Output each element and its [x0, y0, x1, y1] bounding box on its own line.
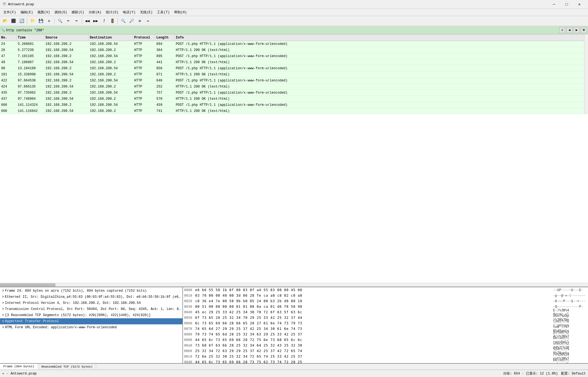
toolbar-resize[interactable]: ⇔ — [144, 17, 152, 25]
table-row[interactable]: 49 7.196807 192.168.200.54 192.168.200.2… — [0, 59, 584, 65]
detail-row[interactable]: >[3 Reassembled TCP Segments (5172 bytes… — [0, 312, 182, 318]
hex-bytes: 25 32 34 72 63 29 29 25 37 42 25 37 42 7… — [195, 349, 551, 353]
menu-tools[interactable]: 工具(T) — [155, 9, 172, 16]
hex-row[interactable]: 00a0 73 68 6f 63 6b 28 25 32 34 64 25 32… — [183, 343, 588, 348]
table-row[interactable]: 101 15.338998 192.168.200.54 192.168.200… — [0, 71, 584, 78]
hex-row[interactable]: 0020 c8 36 e4 7e 00 50 9b b0 05 24 08 b3… — [183, 298, 588, 304]
toolbar-reload[interactable]: 🔄 — [18, 17, 26, 25]
detail-row[interactable]: >Internet Protocol Version 4, Src: 192.1… — [0, 300, 182, 306]
toolbar-zoom-out[interactable]: 🔎 — [128, 17, 135, 25]
hex-bytes: 03 70 00 00 40 00 3d 06 28 fe ca a8 c8 0… — [195, 294, 551, 298]
hex-row[interactable]: 0070 74 65 6d 27 29 29 25 37 42 25 34 30… — [183, 326, 588, 332]
cell-dst: 192.168.200.2 — [89, 85, 133, 89]
table-row[interactable]: 606 141.114324 192.168.200.2 192.168.200… — [0, 102, 584, 108]
status-profile: 配置: Default — [561, 371, 586, 376]
hex-row[interactable]: 0050 6f 73 65 28 25 32 34 70 29 25 33 42… — [183, 315, 588, 320]
hex-row[interactable]: 0030 00 51 00 00 00 00 01 01 08 0a ca 01… — [183, 304, 588, 309]
hex-row[interactable]: 00d0 44 65 6c 73 65 69 66 28 73 75 62 73… — [183, 359, 588, 363]
menu-edit[interactable]: 编辑(E) — [18, 9, 35, 16]
menu-view[interactable]: 视图(V) — [35, 9, 52, 16]
hex-row[interactable]: 00c0 72 6e 25 32 30 25 32 34 72 65 74 25… — [183, 354, 588, 359]
table-row[interactable]: 422 97.664538 192.168.200.2 192.168.200.… — [0, 78, 584, 84]
detail-row[interactable]: >Frame 24: 894 bytes on wire (7152 bits)… — [0, 288, 182, 294]
expand-icon: > — [1, 307, 5, 311]
toolbar-open2[interactable]: 📁 — [29, 17, 36, 25]
menu-help[interactable]: 帮助(H) — [172, 9, 189, 16]
toolbar-prev-match[interactable]: ⬅ — [64, 17, 72, 25]
hex-tab-frame[interactable]: Frame (894 bytes) — [0, 364, 38, 370]
table-row[interactable]: 435 97.735962 192.168.200.2 192.168.200.… — [0, 90, 584, 96]
detail-text: HTML Form URL Encoded: application/x-www… — [5, 325, 117, 329]
cell-src: 192.168.200.2 — [44, 79, 89, 83]
toolbar-back[interactable]: ◀◀ — [83, 17, 91, 25]
toolbar-stop[interactable]: ⬛ — [9, 17, 17, 25]
table-row[interactable]: 47 7.191105 192.168.200.2 192.168.200.54… — [0, 53, 584, 59]
toolbar-save[interactable]: 💾 — [37, 17, 45, 25]
cell-src: 192.168.200.2 — [44, 54, 89, 58]
table-row[interactable]: 608 141.116842 192.168.200.54 192.168.20… — [0, 108, 584, 114]
hex-tab-reassembled[interactable]: Reassembled TCP (5172 bytes) — [38, 364, 96, 370]
filter-clear[interactable]: ✕ — [559, 27, 565, 33]
table-row[interactable]: 437 97.748964 192.168.200.54 192.168.200… — [0, 96, 584, 102]
hex-tabs: Frame (894 bytes) Reassembled TCP (5172 … — [0, 363, 588, 370]
hex-row[interactable]: 0080 79 73 74 65 6d 28 25 32 34 63 29 25… — [183, 332, 588, 337]
menu-phone[interactable]: 电话(Y) — [121, 9, 138, 16]
toolbar-filter-apply[interactable]: 🚦 — [108, 17, 116, 25]
close-button[interactable]: ✕ — [573, 0, 586, 9]
detail-row[interactable]: >HTML Form URL Encoded: application/x-ww… — [0, 324, 182, 330]
bottom-section: >Frame 24: 894 bytes on wire (7152 bits)… — [0, 287, 588, 363]
toolbar-open[interactable]: 📂 — [1, 17, 9, 25]
hex-row[interactable]: 00b0 25 32 34 72 63 29 29 25 37 42 25 37… — [183, 348, 588, 354]
hex-row[interactable]: 0010 03 70 00 00 40 00 3d 06 28 fe ca a8… — [183, 293, 588, 298]
toolbar-zoom-normal[interactable]: ⊙ — [136, 17, 144, 25]
cell-src: 192.168.200.54 — [44, 48, 89, 52]
detail-text: Internet Protocol Version 4, Src: 192.16… — [5, 301, 141, 305]
table-row[interactable]: 424 97.666135 192.168.200.54 192.168.200… — [0, 84, 584, 90]
col-no[interactable]: No. — [0, 34, 17, 41]
table-row[interactable]: 90 13.184189 192.168.200.2 192.168.200.5… — [0, 65, 584, 71]
detail-row[interactable]: vHypertext Transfer Protocol — [0, 318, 182, 324]
hex-row[interactable]: 0040 45 ec 29 25 33 42 25 34 30 70 72 6f… — [183, 309, 588, 315]
hex-ascii: ·p··@·=·(······· — [551, 294, 587, 298]
cell-no: 608 — [0, 109, 17, 113]
cell-time: 5.277230 — [17, 48, 44, 52]
toolbar-close[interactable]: ✕ — [45, 17, 53, 25]
menu-stats[interactable]: 统计(S) — [104, 9, 121, 16]
minimize-button[interactable]: ─ — [548, 0, 560, 9]
cell-no: 49 — [0, 60, 17, 64]
filter-add[interactable]: + — [581, 27, 587, 33]
expand-icon: > — [1, 313, 5, 317]
filter-arrow1[interactable]: ◀ — [566, 27, 572, 33]
packet-list-header: No. Time Source Destination Protocol Len… — [0, 34, 584, 41]
filter-arrow2[interactable]: ▶ — [574, 27, 580, 33]
cell-dst: 192.168.200.54 — [89, 79, 133, 83]
col-time[interactable]: Time — [17, 34, 44, 41]
cell-no: 435 — [0, 91, 17, 95]
hex-row[interactable]: 0090 44 65 6c 73 65 69 66 28 72 75 6e 73… — [183, 337, 588, 343]
menu-wireless[interactable]: 无线(E) — [138, 9, 155, 16]
col-dst[interactable]: Destination — [89, 34, 133, 41]
menu-capture[interactable]: 捕获(C) — [69, 9, 86, 16]
detail-row[interactable]: >Transmission Control Protocol, Src Port… — [0, 306, 182, 312]
detail-row[interactable]: >Ethernet II, Src: DigitalChina_a4:55:83… — [0, 294, 182, 300]
col-info[interactable]: Info — [175, 34, 584, 41]
maximize-button[interactable]: □ — [560, 0, 573, 9]
menu-jump[interactable]: 跳转(G) — [52, 9, 70, 16]
toolbar-zoom-in[interactable]: 🔍 — [119, 17, 127, 25]
table-row[interactable]: 26 5.277230 192.168.200.54 192.168.200.2… — [0, 47, 584, 53]
expand-icon: > — [1, 325, 5, 329]
menu-analyze[interactable]: 分析(A) — [86, 9, 104, 16]
toolbar-search[interactable]: 🔍 — [56, 17, 64, 25]
hex-row[interactable]: 0000 e6 b6 55 50 1b 8f 00 03 0f a4 55 83… — [183, 287, 588, 293]
col-proto[interactable]: Protocol — [133, 34, 155, 41]
table-row[interactable]: 24 5.268681 192.168.200.2 192.168.200.54… — [0, 41, 584, 47]
toolbar-fwd[interactable]: ▶▶ — [92, 17, 100, 25]
filter-input[interactable] — [6, 27, 558, 33]
toolbar-jump[interactable]: ⤴ — [100, 17, 108, 25]
hex-row[interactable]: 0060 6c 73 65 69 66 28 66 65 28 27 61 6e… — [183, 320, 588, 326]
col-len[interactable]: Length — [155, 34, 175, 41]
toolbar-next-match[interactable]: ➡ — [73, 17, 80, 25]
col-src[interactable]: Source — [44, 34, 89, 41]
menu-file[interactable]: 文件(F) — [1, 9, 18, 16]
statusbar: ● ✏ Antsword.pcap 分组: 654 · 已显示: 12 (1.8… — [0, 370, 588, 377]
